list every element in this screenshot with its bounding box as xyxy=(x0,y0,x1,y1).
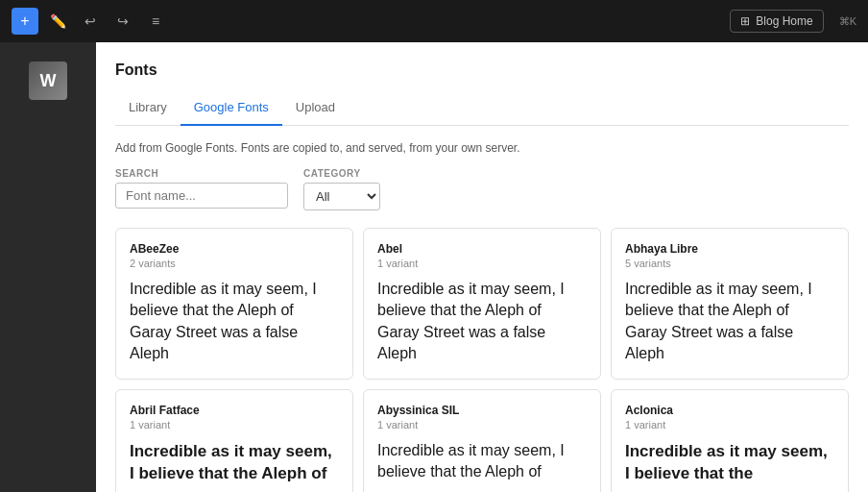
pen-tool-button[interactable]: ✏️ xyxy=(44,8,71,35)
font-preview: Incredible as it may seem, I believe tha… xyxy=(377,279,587,365)
blog-home-button[interactable]: ⊞ Blog Home xyxy=(730,10,823,33)
editor-area: W Fonts Library Google Fonts Upload Add … xyxy=(0,42,868,492)
font-card-abeezee[interactable]: ABeeZee 2 variants Incredible as it may … xyxy=(115,228,353,380)
font-preview: Incredible as it may seem, I believe tha… xyxy=(625,279,834,365)
shortcut-hint: ⌘K xyxy=(839,15,856,28)
logo-mark: W xyxy=(29,62,67,100)
grid-icon: ⊞ xyxy=(740,14,750,28)
font-preview: Incredible as it may seem, I believe tha… xyxy=(377,440,587,483)
font-name: Aclonica xyxy=(625,404,834,417)
font-card-abel[interactable]: Abel 1 variant Incredible as it may seem… xyxy=(363,228,601,380)
description: Add from Google Fonts. Fonts are copied … xyxy=(115,141,849,155)
tabs: Library Google Fonts Upload xyxy=(115,92,849,126)
font-variants: 1 variant xyxy=(625,419,834,430)
redo-button[interactable]: ↪ xyxy=(109,8,136,35)
fonts-panel: Fonts Library Google Fonts Upload Add fr… xyxy=(96,42,868,492)
tab-google-fonts[interactable]: Google Fonts xyxy=(181,92,282,126)
font-name: Abhaya Libre xyxy=(625,242,834,256)
add-button[interactable]: + xyxy=(12,8,38,35)
redo-icon: ↪ xyxy=(117,13,129,29)
font-variants: 1 variant xyxy=(377,419,587,430)
font-variants: 5 variants xyxy=(625,258,834,269)
font-card-abyssinica[interactable]: Abyssinica SIL 1 variant Incredible as i… xyxy=(363,389,601,492)
panel-title: Fonts xyxy=(115,62,849,79)
pen-icon: ✏️ xyxy=(50,13,66,29)
search-label: SEARCH xyxy=(115,168,288,179)
font-variants: 1 variant xyxy=(377,258,587,269)
font-card-abhaya-libre[interactable]: Abhaya Libre 5 variants Incredible as it… xyxy=(611,228,849,380)
search-filter-group: SEARCH xyxy=(115,168,288,210)
font-name: Abel xyxy=(377,242,587,256)
category-select[interactable]: All Serif Sans Mono xyxy=(303,183,380,210)
font-card-aclonica[interactable]: Aclonica 1 variant Incredible as it may … xyxy=(611,389,849,492)
list-icon-button[interactable]: ≡ xyxy=(142,8,169,35)
font-preview: Incredible as it may seem, I believe tha… xyxy=(625,440,834,486)
font-variants: 2 variants xyxy=(130,258,339,269)
filters: SEARCH CATEGORY All Serif Sans Mono xyxy=(115,168,849,210)
blog-home-label: Blog Home xyxy=(756,14,812,28)
category-filter-group: CATEGORY All Serif Sans Mono xyxy=(303,168,380,210)
tab-library[interactable]: Library xyxy=(115,92,181,126)
left-sidebar: W xyxy=(0,42,96,492)
font-card-abril-fatface[interactable]: Abril Fatface 1 variant Incredible as it… xyxy=(115,389,353,492)
font-name: Abyssinica SIL xyxy=(377,404,587,417)
search-input[interactable] xyxy=(115,183,288,209)
fonts-grid: ABeeZee 2 variants Incredible as it may … xyxy=(115,228,849,492)
font-variants: 1 variant xyxy=(130,419,339,430)
tab-upload[interactable]: Upload xyxy=(282,92,349,126)
font-preview: Incredible as it may seem, I believe tha… xyxy=(130,279,339,365)
undo-icon: ↩ xyxy=(84,13,96,29)
font-name: ABeeZee xyxy=(130,242,339,256)
list-icon: ≡ xyxy=(152,13,159,29)
plus-icon: + xyxy=(20,12,29,30)
category-label: CATEGORY xyxy=(303,168,380,179)
font-name: Abril Fatface xyxy=(130,404,339,417)
toolbar-left: + ✏️ ↩ ↪ ≡ xyxy=(12,8,169,35)
main-content: Fonts Library Google Fonts Upload Add fr… xyxy=(96,42,868,492)
top-bar: + ✏️ ↩ ↪ ≡ ⊞ Blog Home ⌘K xyxy=(0,0,868,42)
undo-button[interactable]: ↩ xyxy=(77,8,104,35)
font-preview: Incredible as it may seem, I believe tha… xyxy=(130,440,339,486)
